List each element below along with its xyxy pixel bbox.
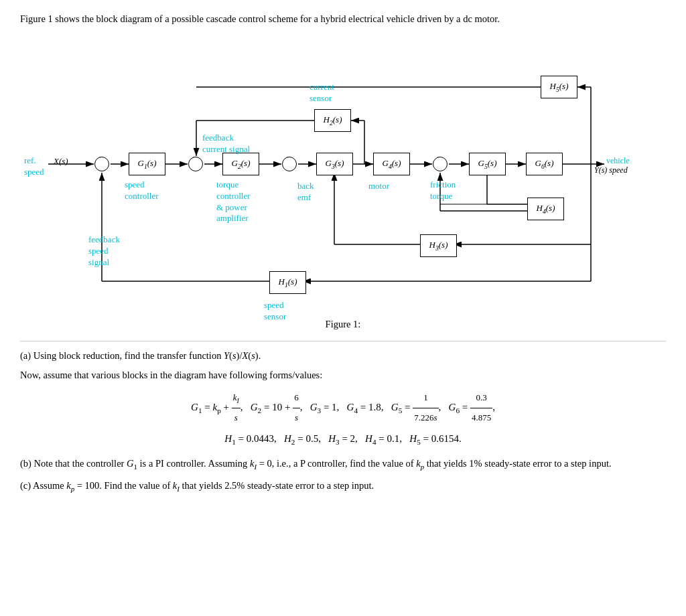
xs-label: X(s)	[54, 156, 68, 167]
g6-box: G6(s)	[526, 153, 563, 175]
figure-caption: Figure 1:	[20, 319, 666, 330]
part-c: (c) Assume kp = 100. Find the value of k…	[20, 478, 666, 495]
h5-box: H5(s)	[541, 76, 577, 98]
back-emf-label: backemf	[297, 181, 314, 204]
g4-box: G4(s)	[373, 153, 410, 175]
feedback-current-label: feedbackcurrent signal	[202, 133, 250, 155]
part-a: (a) Using block reduction, find the tran…	[20, 348, 666, 364]
ys-label: Y(s) speed	[594, 165, 628, 175]
intro-text: Figure 1 shows the block diagram of a po…	[20, 12, 666, 27]
sum-junction-2	[188, 157, 203, 171]
g1-box: G1(s)	[129, 153, 165, 175]
math-equations: G1 = kp + kIs, G2 = 10 + 6s, G3 = 1, G4 …	[20, 388, 666, 450]
part-a-label: (a)	[20, 350, 31, 361]
h3-box: H3(s)	[420, 234, 457, 257]
block-diagram: + + + − + − + − ref.speed X(s) G1(s) G2(…	[21, 33, 665, 315]
speed-controller-label: speedcontroller	[125, 179, 159, 202]
g3-box: G3(s)	[316, 153, 353, 175]
sum-junction-3	[282, 157, 297, 171]
friction-torque-label: frictiontorque	[430, 179, 456, 202]
h2-box: H2(s)	[314, 109, 351, 132]
h4-box: H4(s)	[527, 198, 564, 220]
sum-junction-1	[94, 157, 109, 171]
sum-junction-4	[433, 157, 448, 171]
part-b: (b) Note that the controller G1 is a PI …	[20, 456, 666, 473]
motor-label: motor	[368, 181, 389, 192]
speed-sensor-label: speedsensor	[264, 300, 286, 323]
now-text: Now, assume that various blocks in the d…	[20, 368, 666, 383]
ref-speed-label: ref.speed	[24, 155, 44, 178]
g5-box: G5(s)	[469, 153, 506, 175]
torque-controller-label: torquecontroller& poweramplifier	[216, 179, 251, 225]
h1-box: H1(s)	[269, 271, 306, 294]
feedback-speed-label: feedbackspeedsignal	[88, 234, 120, 268]
current-sensor-label: currentsensor	[310, 82, 334, 104]
g2-box: G2(s)	[222, 153, 259, 175]
